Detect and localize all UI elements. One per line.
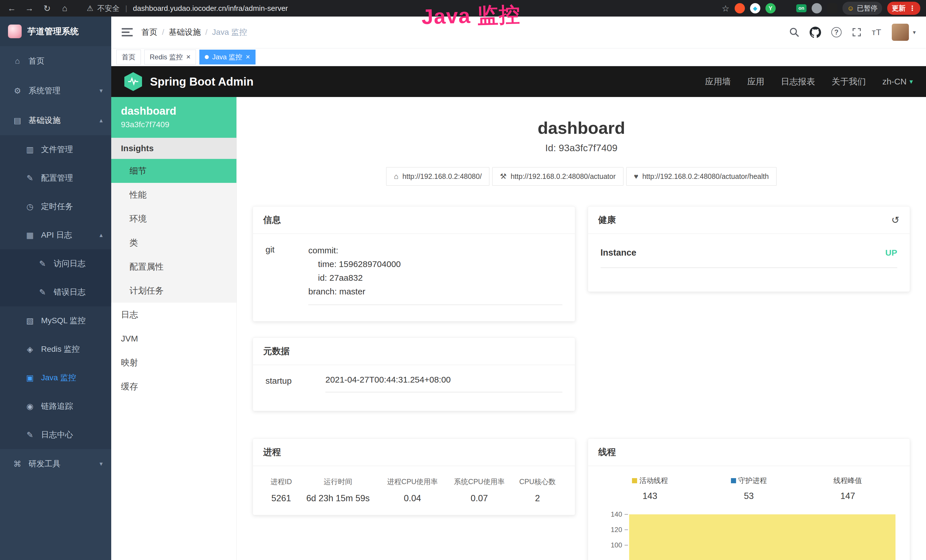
wrench-icon: ⚒	[500, 172, 507, 181]
github-icon[interactable]	[809, 27, 821, 38]
gear-icon: ⚙	[12, 86, 22, 95]
bookmark-star-icon[interactable]: ☆	[722, 3, 729, 14]
sba-locale-select[interactable]: zh-CN ▾	[882, 77, 913, 86]
address-bar[interactable]: ⚠ 不安全 | dashboard.yudao.iocoder.cn/infra…	[87, 3, 288, 14]
search-icon[interactable]	[789, 27, 799, 37]
kebab-menu-icon[interactable]: ⋮	[909, 4, 916, 12]
extension-icon[interactable]	[781, 3, 791, 14]
sba-item-caches[interactable]: 缓存	[111, 375, 236, 398]
tab-home[interactable]: 首页	[117, 50, 141, 65]
process-card: 进程 进程ID 运行时间 进程CPU使用率	[253, 439, 575, 515]
header-actions: ? тT ▾	[789, 24, 916, 41]
sba-brand-title[interactable]: Spring Boot Admin	[150, 75, 254, 88]
sidebar-item-label: Java 监控	[41, 372, 76, 383]
app-title: 芋道管理系统	[27, 26, 79, 37]
link-label: http://192.168.0.2:48080/actuator/health	[642, 172, 769, 180]
app-logo	[8, 24, 22, 38]
sidebar-item-log-center[interactable]: ✎ 日志中心	[0, 421, 111, 449]
sba-item-classes[interactable]: 类	[111, 231, 236, 255]
history-icon[interactable]: ↺	[891, 214, 900, 226]
breadcrumb-home[interactable]: 首页	[141, 27, 157, 38]
breadcrumb-infrastructure[interactable]: 基础设施	[169, 27, 201, 38]
error-log-icon: ✎	[38, 288, 47, 297]
metadata-value: 2021-04-27T00:44:31.254+08:00	[325, 375, 562, 392]
extension-icon[interactable]	[812, 3, 822, 14]
fullscreen-icon[interactable]	[852, 27, 861, 37]
tab-label: 首页	[122, 53, 135, 62]
tab-redis-monitor[interactable]: Redis 监控 ×	[144, 50, 196, 65]
close-icon[interactable]: ×	[186, 53, 191, 61]
app-logo-row[interactable]: 芋道管理系统	[0, 17, 111, 46]
service-url-link[interactable]: ⌂ http://192.168.0.2:48080/	[386, 167, 489, 186]
sba-item-logs[interactable]: 日志	[111, 303, 236, 327]
tab-java-monitor[interactable]: Java 监控 ×	[199, 50, 256, 65]
instance-subtitle: Id: 93a3fc7f7409	[253, 142, 910, 153]
avatar[interactable]	[892, 24, 909, 41]
sba-link-journal[interactable]: 日志报表	[781, 76, 815, 88]
sidebar-item-error-logs[interactable]: ✎ 错误日志	[0, 278, 111, 306]
sba-item-environment[interactable]: 环境	[111, 207, 236, 231]
close-icon[interactable]: ×	[246, 53, 250, 61]
paused-badge[interactable]: ☺ 已暂停	[843, 2, 882, 15]
forward-icon[interactable]: →	[23, 3, 35, 13]
refresh-icon[interactable]: ↻	[41, 3, 53, 14]
sba-link-applications[interactable]: 应用	[747, 76, 764, 88]
extension-icon[interactable]: ◆	[750, 3, 760, 14]
sba-item-config-props[interactable]: 配置属性	[111, 255, 236, 279]
sidebar-item-api-logs[interactable]: ▦ API 日志 ▴	[0, 221, 111, 249]
sba-link-wallboard[interactable]: 应用墙	[705, 76, 731, 88]
extension-icon[interactable]	[827, 3, 837, 14]
avatar-caret-icon: ▾	[913, 29, 916, 36]
home-icon: ⌂	[12, 56, 22, 66]
sidebar-item-infrastructure[interactable]: ▤ 基础设施 ▴	[0, 106, 111, 135]
insights-section-title: Insights	[111, 138, 236, 159]
legend-peak-threads: 线程峰值 147	[798, 476, 897, 501]
sba-item-metrics[interactable]: 性能	[111, 183, 236, 207]
sba-nav-links: 应用墙 应用 日志报表 关于我们 zh-CN ▾	[705, 76, 913, 88]
actuator-url-link[interactable]: ⚒ http://192.168.0.2:48080/actuator	[492, 167, 623, 186]
process-col-syscpu: 系统CPU使用率	[446, 476, 513, 487]
sidebar-item-file-mgmt[interactable]: ▥ 文件管理	[0, 135, 111, 164]
sba-item-details[interactable]: 细节	[111, 159, 236, 183]
sidebar-item-java-monitor[interactable]: ▣ Java 监控	[0, 363, 111, 392]
chevron-down-icon: ▾	[100, 460, 103, 468]
dev-tools-icon: ⌘	[12, 459, 22, 469]
sidebar-item-redis-monitor[interactable]: ◈ Redis 监控	[0, 335, 111, 363]
sba-item-jvm[interactable]: JVM	[111, 327, 236, 351]
browser-home-icon[interactable]: ⌂	[59, 3, 71, 13]
sba-item-scheduled-tasks[interactable]: 计划任务	[111, 279, 236, 303]
sidebar-item-mysql-monitor[interactable]: ▧ MySQL 监控	[0, 306, 111, 335]
health-url-link[interactable]: ♥ http://192.168.0.2:48080/actuator/heal…	[626, 167, 776, 186]
hamburger-icon[interactable]	[121, 28, 133, 37]
font-size-icon[interactable]: тT	[872, 27, 882, 37]
process-card-title: 进程	[263, 446, 281, 458]
process-col-cpu: 进程CPU使用率	[379, 476, 446, 487]
instance-title: dashboard	[253, 118, 910, 138]
sidebar-item-home[interactable]: ⌂ 首页	[0, 46, 111, 76]
sba-item-mappings[interactable]: 映射	[111, 351, 236, 375]
metadata-card-title: 元数据	[263, 345, 290, 357]
trace-icon: ◉	[25, 402, 35, 411]
extension-icon[interactable]: Y	[766, 3, 776, 14]
sidebar-item-tracing[interactable]: ◉ 链路追踪	[0, 392, 111, 421]
sidebar-item-system-mgmt[interactable]: ⚙ 系统管理 ▾	[0, 76, 111, 106]
extension-icon[interactable]	[735, 3, 745, 14]
help-icon[interactable]: ?	[831, 27, 841, 37]
sidebar-item-config-mgmt[interactable]: ✎ 配置管理	[0, 164, 111, 192]
sidebar-item-label: MySQL 监控	[41, 315, 86, 326]
git-time-line: time: 1596289704000	[308, 257, 562, 271]
instance-name: dashboard	[121, 105, 227, 117]
sba-link-about[interactable]: 关于我们	[832, 76, 866, 88]
sidebar-item-label: 研发工具	[29, 459, 61, 469]
legend-value: 143	[601, 491, 699, 501]
sidebar-item-dev-tools[interactable]: ⌘ 研发工具 ▾	[0, 449, 111, 479]
java-monitor-icon: ▣	[25, 373, 35, 383]
update-button[interactable]: 更新 ⋮	[887, 2, 920, 15]
sidebar-item-access-logs[interactable]: ✎ 访问日志	[0, 249, 111, 278]
sidebar-item-scheduled-tasks[interactable]: ◷ 定时任务	[0, 192, 111, 221]
extension-icon[interactable]: on	[796, 4, 807, 12]
sidebar-item-label: 文件管理	[41, 144, 73, 155]
back-icon[interactable]: ←	[6, 3, 18, 13]
tab-label: Redis 监控	[150, 53, 183, 62]
spring-boot-admin-logo[interactable]	[124, 72, 142, 91]
